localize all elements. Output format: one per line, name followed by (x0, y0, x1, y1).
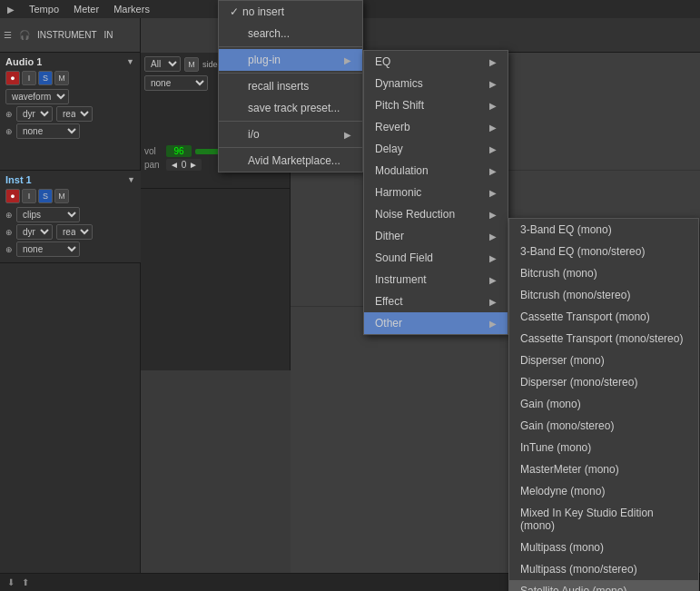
inst1-input-btn[interactable]: I (22, 189, 36, 203)
menu-io[interactable]: i/o ▶ (219, 123, 362, 145)
menu3-item-cassette-mono[interactable]: Cassette Transport (mono) (509, 306, 698, 328)
dynamics-label: Dynamics (375, 77, 423, 90)
context-menu-plugin[interactable]: EQ ▶ Dynamics ▶ Pitch Shift ▶ Reverb ▶ D… (363, 50, 508, 335)
context-menu-other[interactable]: 3-Band EQ (mono)3-Band EQ (mono/stereo)B… (508, 218, 699, 591)
audio1-waveform-select[interactable]: waveform (5, 89, 69, 104)
no-insert-label: no insert (242, 5, 284, 18)
expand-icon[interactable]: ▶ (7, 5, 15, 15)
audio1-mute-btn[interactable]: M (54, 71, 69, 85)
menu-pitch-shift[interactable]: Pitch Shift ▶ (364, 94, 508, 116)
menu-no-insert[interactable]: ✓ no insert (219, 1, 362, 23)
menu-instrument[interactable]: Instrument ▶ (364, 269, 508, 291)
menu3-item-mixed-in-key[interactable]: Mixed In Key Studio Edition (mono) (509, 502, 698, 537)
inst1-read-select[interactable]: read (56, 224, 93, 240)
audio1-name: Audio 1 (5, 56, 42, 67)
status-up-arrow[interactable]: ⬆ (22, 577, 29, 587)
menu3-item-label-multipass-mono: Multipass (mono) (520, 541, 604, 554)
menu-meter[interactable]: Meter (74, 4, 99, 15)
audio1-solo-btn[interactable]: S (38, 71, 53, 85)
separator-3 (219, 121, 362, 122)
menu3-item-label-intune-mono: InTune (mono) (520, 441, 591, 454)
menu-delay[interactable]: Delay ▶ (364, 138, 508, 160)
menu-plugin[interactable]: plug-in ▶ (219, 49, 362, 71)
inst1-none-select[interactable]: none (16, 241, 80, 257)
menu-reverb[interactable]: Reverb ▶ (364, 116, 508, 138)
effect-label: Effect (375, 295, 402, 308)
inst1-solo-btn[interactable]: S (38, 189, 53, 203)
menu3-item-gain-mono[interactable]: Gain (mono) (509, 393, 698, 415)
inst1-none-2-select[interactable]: none (144, 75, 208, 91)
audio1-none-select[interactable]: none (16, 123, 80, 139)
menu3-item-satellite-audio-mono[interactable]: Satellite Audio (mono) (509, 580, 698, 591)
menu3-item-gain-mono-stereo[interactable]: Gain (mono/stereo) (509, 415, 698, 437)
menu3-item-intune-mono[interactable]: InTune (mono) (509, 437, 698, 458)
audio1-read-select[interactable]: read (56, 106, 93, 122)
menu3-item-label-disperser-mono-stereo: Disperser (mono/stereo) (520, 376, 637, 389)
menu3-item-bitcrush-mono[interactable]: Bitcrush (mono) (509, 262, 698, 284)
separator-1 (219, 46, 362, 47)
vol-value[interactable]: 96 (166, 145, 192, 157)
menu-harmonic[interactable]: Harmonic ▶ (364, 182, 508, 203)
plugin-label: plug-in (248, 54, 281, 66)
menu3-item-multipass-mono-stereo[interactable]: Multipass (mono/stereo) (509, 558, 698, 580)
menu-eq[interactable]: EQ ▶ (364, 51, 508, 73)
plugin-arrow: ▶ (344, 55, 351, 65)
in-label: IN (104, 30, 113, 40)
audio1-dyn-icon: ⊕ (5, 110, 13, 119)
menu-noise-reduction[interactable]: Noise Reduction ▶ (364, 203, 508, 225)
inst1-mute-btn[interactable]: M (54, 189, 69, 203)
menu-recall-inserts[interactable]: recall inserts (219, 75, 362, 97)
pitch-shift-arrow: ▶ (489, 101, 497, 111)
menu3-item-mastermeter-mono[interactable]: MasterMeter (mono) (509, 458, 698, 480)
status-down-arrow[interactable]: ⬇ (7, 577, 15, 587)
menu3-item-3band-eq-mono[interactable]: 3-Band EQ (mono) (509, 219, 698, 241)
inst1-rec-btn[interactable]: ● (5, 189, 20, 203)
audio1-rec-btn[interactable]: ● (5, 71, 20, 85)
menu3-item-3band-eq-mono-stereo[interactable]: 3-Band EQ (mono/stereo) (509, 241, 698, 262)
pan-value[interactable]: ◄ 0 ► (166, 159, 202, 171)
menu-save-track-preset[interactable]: save track preset... (219, 97, 362, 119)
inst1-name: Inst 1 (5, 174, 32, 185)
effect-arrow: ▶ (489, 297, 497, 307)
search-label: search... (248, 27, 290, 40)
menu-avid-marketplace[interactable]: Avid Marketplace... (219, 150, 362, 172)
context-menu-insert[interactable]: ✓ no insert search... plug-in ▶ recall (218, 0, 363, 172)
sound-field-label: Sound Field (375, 251, 433, 264)
inst1-clips-select[interactable]: clips (16, 207, 80, 222)
inst1-icon: ⊕ (5, 211, 13, 220)
dither-arrow: ▶ (489, 231, 497, 241)
audio1-track: Audio 1 ▼ ● I S M waveform ⊕ dyn re (0, 53, 140, 171)
menu-tempo[interactable]: Tempo (29, 4, 59, 15)
inst1-expand[interactable]: ▼ (127, 175, 135, 184)
menu3-item-bitcrush-mono-stereo[interactable]: Bitcrush (mono/stereo) (509, 284, 698, 306)
modulation-arrow: ▶ (489, 166, 497, 176)
menu-markers[interactable]: Markers (113, 4, 150, 15)
eq-label: EQ (375, 55, 390, 68)
other-arrow: ▶ (489, 319, 497, 329)
menu-search[interactable]: search... (219, 23, 362, 44)
inst1-dyn-icon: ⊕ (5, 228, 13, 237)
inst1-dyn-select[interactable]: dyn (16, 224, 53, 240)
triple-bar-icon[interactable]: ☰ (4, 30, 12, 40)
menu-dynamics[interactable]: Dynamics ▶ (364, 73, 508, 94)
menu-effect[interactable]: Effect ▶ (364, 291, 508, 312)
noise-reduction-arrow: ▶ (489, 210, 497, 220)
headphone-icon[interactable]: 🎧 (19, 30, 30, 40)
audio1-input-btn[interactable]: I (22, 71, 36, 85)
menu-sound-field[interactable]: Sound Field ▶ (364, 247, 508, 269)
menu-dither[interactable]: Dither ▶ (364, 225, 508, 247)
menu3-item-multipass-mono[interactable]: Multipass (mono) (509, 537, 698, 558)
menu3-item-disperser-mono[interactable]: Disperser (mono) (509, 350, 698, 371)
menu3-item-melodyne-mono[interactable]: Melodyne (mono) (509, 480, 698, 502)
inst1-all-select[interactable]: All (144, 56, 181, 72)
inst1-m-btn[interactable]: M (184, 57, 199, 72)
menu3-item-label-3band-eq-mono: 3-Band EQ (mono) (520, 223, 612, 236)
menu-modulation[interactable]: Modulation ▶ (364, 160, 508, 182)
pitch-shift-label: Pitch Shift (375, 99, 424, 112)
menu3-item-label-bitcrush-mono: Bitcrush (mono) (520, 267, 597, 280)
menu-other[interactable]: Other ▶ (364, 312, 508, 334)
menu3-item-disperser-mono-stereo[interactable]: Disperser (mono/stereo) (509, 371, 698, 393)
audio1-expand[interactable]: ▼ (126, 57, 134, 66)
audio1-dyn-select[interactable]: dyn (16, 106, 53, 122)
menu3-item-cassette-mono-stereo[interactable]: Cassette Transport (mono/stereo) (509, 328, 698, 350)
